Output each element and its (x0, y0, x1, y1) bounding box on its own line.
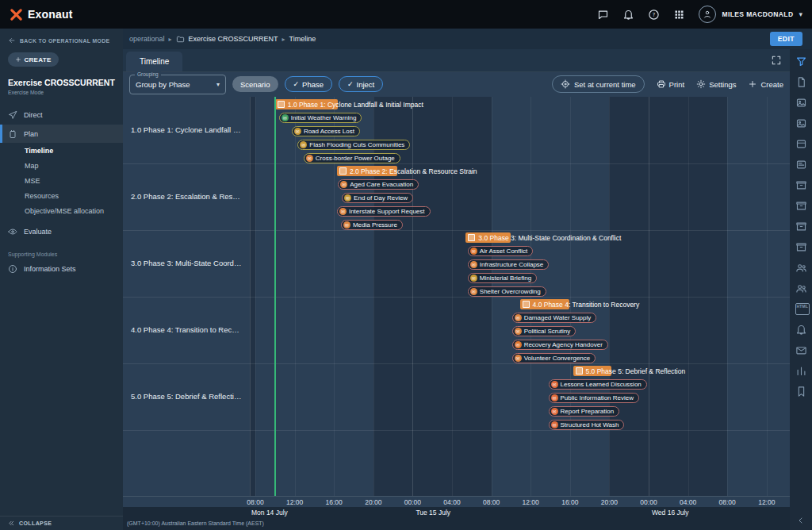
inject-chip[interactable]: ✉Initial Weather Warning (279, 113, 362, 123)
inject-envelope-icon: ✉ (515, 314, 522, 321)
create-button-sidebar[interactable]: CREATE (8, 52, 59, 67)
sidebar-item-mse[interactable]: MSE (0, 173, 123, 188)
breadcrumb-exercise[interactable]: Exercise CROSSCURRENT (189, 35, 278, 43)
set-current-time-button[interactable]: Set at current time (552, 75, 645, 93)
inject-chip[interactable]: ✉Flash Flooding Cuts Communities (297, 140, 410, 150)
card-icon[interactable] (795, 159, 807, 171)
team-icon[interactable] (795, 262, 807, 274)
inject-chip[interactable]: ✉Aged Care Evacuation (338, 179, 419, 190)
collapse-rail-icon[interactable] (796, 516, 806, 525)
topbar: Exonaut ? MILES MACDONALD ▾ (0, 0, 812, 29)
time-tick-label: 08:00 (480, 498, 504, 506)
inject-chip[interactable]: ✉End of Day Review (342, 193, 413, 203)
inject-label: Political Scrutiny (524, 328, 571, 335)
help-icon[interactable]: ? (648, 9, 660, 21)
notifications-icon[interactable] (622, 9, 634, 21)
grouping-select[interactable]: Grouping Group by Phase ▾ (129, 75, 226, 94)
breadcrumb-operational[interactable]: operational (129, 35, 165, 43)
inject-label: Media Pressure (353, 221, 397, 229)
sidebar-item-timeline[interactable]: Timeline (0, 143, 123, 158)
back-to-operational-link[interactable]: BACK TO OPERATIONAL MODE (0, 29, 123, 44)
html-icon[interactable]: HTML (795, 303, 807, 315)
footer-bar: (GMT+10:00) Australian Eastern Standard … (123, 518, 790, 530)
archive-icon[interactable] (795, 241, 807, 253)
image-icon[interactable] (795, 97, 807, 109)
inject-label: Volunteer Convergence (524, 355, 591, 362)
inject-chip[interactable]: ✉Ministerial Briefing (468, 273, 537, 283)
tab-timeline[interactable]: Timeline (126, 52, 182, 71)
sidebar-item-plan[interactable]: Plan (0, 125, 123, 143)
exonaut-logo-icon (10, 8, 23, 21)
inject-chip[interactable]: ✉Road Access Lost (292, 126, 360, 136)
inject-chip[interactable]: ✉Public Information Review (549, 393, 639, 403)
inject-chip[interactable]: ✉Media Pressure (341, 220, 403, 230)
inject-chip[interactable]: ✉Infrastructure Collapse (468, 259, 549, 270)
inject-chip[interactable]: ✉Structured Hot Wash (549, 420, 625, 430)
phase-bar[interactable]: 2.0 Phase 2: Escalation & Resource Strai… (337, 166, 397, 176)
sidebar-item-objective-mse-allocation[interactable]: Objective/MSE allocation (0, 203, 123, 218)
inject-chip[interactable]: ✉Political Scrutiny (512, 326, 576, 336)
inject-chip[interactable]: ✉Air Asset Conflict (468, 246, 533, 256)
print-button[interactable]: Print (657, 79, 685, 89)
settings-button[interactable]: Settings (696, 79, 736, 89)
chat-icon[interactable] (597, 9, 609, 21)
inject-envelope-icon: ✉ (300, 141, 307, 148)
row-label: 3.0 Phase 3: Multi-State Coordination & … (123, 230, 248, 297)
phase-bar[interactable]: 5.0 Phase 5: Debrief & Reflection (573, 366, 611, 376)
check-icon: ✓ (347, 80, 354, 88)
chevron-right-icon: ▸ (169, 36, 172, 43)
inject-label: Aged Care Evacuation (350, 181, 413, 188)
filter-icon[interactable] (795, 56, 807, 67)
timeline-panel: Timeline Grouping Group by Phase ▾ Scena… (123, 49, 790, 530)
sidebar-item-direct[interactable]: Direct (0, 106, 123, 123)
collapse-sidebar-button[interactable]: COLLAPSE (0, 516, 123, 530)
inject-chip[interactable]: ✉Shelter Overcrowding (468, 286, 546, 297)
apps-grid-icon[interactable] (673, 9, 685, 21)
inject-label: Shelter Overcrowding (480, 288, 541, 295)
archive-icon[interactable] (795, 179, 807, 191)
user-menu[interactable]: MILES MACDONALD ▾ (699, 6, 802, 23)
phase-bar[interactable]: 4.0 Phase 4: Transition to Recovery (520, 299, 569, 309)
sidebar-item-information-sets[interactable]: Information Sets (0, 260, 123, 277)
phase-bar[interactable]: 1.0 Phase 1: Cyclone Landfall & Initial … (275, 99, 338, 109)
archive-icon[interactable] (795, 200, 807, 212)
split-panel-icon[interactable] (795, 138, 807, 150)
inject-chip[interactable]: ✉Lessons Learned Discussion (549, 379, 647, 390)
chart-icon[interactable] (795, 365, 807, 377)
fullscreen-icon[interactable] (771, 55, 782, 66)
time-tick-label: 12:00 (755, 498, 779, 506)
inject-chip[interactable]: ✉Report Preparation (549, 406, 620, 417)
chip-scenario[interactable]: Scenario (232, 76, 278, 92)
edit-button[interactable]: EDIT (770, 32, 802, 46)
archive-icon[interactable] (795, 221, 807, 232)
sidebar-item-evaluate[interactable]: Evaluate (0, 223, 123, 240)
scenario-label: Scenario (240, 80, 270, 89)
inject-envelope-icon: ✉ (470, 248, 477, 255)
document-icon[interactable] (795, 76, 807, 88)
mail-icon[interactable] (795, 344, 807, 356)
inject-label: Damaged Water Supply (524, 314, 592, 321)
chevron-right-icon: ▸ (282, 36, 285, 43)
sidebar-item-resources[interactable]: Resources (0, 188, 123, 203)
topbar-actions: ? MILES MACDONALD ▾ (597, 6, 802, 23)
brand[interactable]: Exonaut (10, 8, 73, 21)
team-icon[interactable] (795, 282, 807, 294)
chip-phase[interactable]: ✓ Phase (285, 76, 332, 92)
information-sets-label: Information Sets (24, 265, 76, 273)
inject-chip[interactable]: ✉Cross-border Power Outage (304, 153, 400, 163)
chip-inject[interactable]: ✓ Inject (339, 76, 383, 92)
inject-chip[interactable]: ✉Damaged Water Supply (512, 313, 597, 323)
phase-bar[interactable]: 3.0 Phase 3: Multi-State Coordination & … (465, 232, 511, 243)
inject-envelope-icon: ✉ (344, 194, 351, 202)
sidebar-item-map[interactable]: Map (0, 158, 123, 173)
image-icon[interactable] (795, 117, 807, 129)
bookmark-icon[interactable] (795, 386, 807, 398)
create-button[interactable]: Create (748, 79, 783, 89)
inject-chip[interactable]: ✉Recovery Agency Handover (512, 340, 608, 350)
time-tick-label: 00:00 (400, 498, 424, 506)
inject-chip[interactable]: ✉Volunteer Convergence (512, 353, 596, 363)
notifications-icon[interactable] (795, 324, 807, 336)
inject-chip[interactable]: ✉Interstate Support Request (337, 206, 431, 217)
phase-bar-label: 3.0 Phase 3: Multi-State Coordination & … (478, 234, 621, 242)
tab-bar: Timeline (123, 49, 790, 72)
